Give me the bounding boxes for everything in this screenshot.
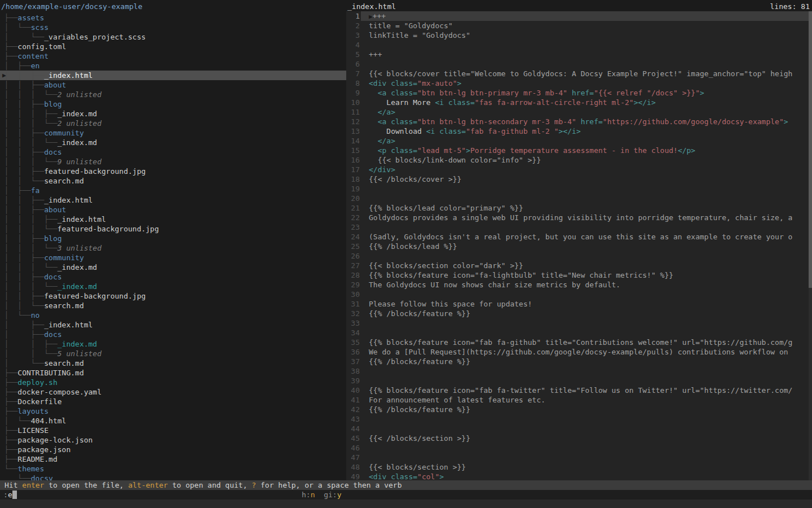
- tree-item-label: _index.html: [58, 215, 106, 224]
- code-segment: ></i>: [559, 127, 581, 135]
- selection-arrow-icon: ▶: [2, 71, 6, 80]
- code-line-10: 10 Learn More <i class="fas fa-arrow-alt…: [346, 98, 812, 107]
- preview-lines-count: lines: 81: [770, 2, 810, 11]
- tree-item-_index.md[interactable]: │ │ │ ├──_index.md: [0, 109, 346, 119]
- tree-branch-lines: │ │ ├──: [0, 273, 44, 281]
- tree-item-label: blog: [44, 234, 61, 243]
- code-segment: <a class=: [369, 117, 417, 126]
- tree-item-no[interactable]: │ └──no: [0, 310, 346, 320]
- code-segment: Please follow this space for updates!: [369, 300, 532, 308]
- tree-item-themes[interactable]: └──themes: [0, 464, 346, 474]
- tree-item-deploy.sh[interactable]: ├──deploy.sh: [0, 378, 346, 387]
- tree-item-README.md[interactable]: ├──README.md: [0, 454, 346, 464]
- code-segment: href=: [567, 89, 594, 97]
- code-segment: <i class=: [426, 127, 466, 135]
- tree-item-scss[interactable]: │ └──scss: [0, 23, 346, 32]
- tree-item-config.toml[interactable]: ├──config.toml: [0, 42, 346, 51]
- code-segment: {{% blocks/feature icon="fab fa-twitter"…: [369, 386, 792, 395]
- tree-item-_index.md[interactable]: │ │ ├──_index.md: [0, 339, 346, 349]
- code-line-33: 33: [346, 318, 812, 328]
- tree-item-3-unlisted[interactable]: │ │ │ └──3 unlisted: [0, 243, 346, 253]
- tree-item-package-lock.json[interactable]: ├──package-lock.json: [0, 435, 346, 445]
- code-line-27: 27{{< blocks/section color="dark" >}}: [346, 261, 812, 270]
- tree-item-404.html[interactable]: │ └──404.html: [0, 416, 346, 426]
- tree-item-label: docs: [44, 148, 61, 156]
- selection-arrow-icon: ▶: [369, 13, 373, 20]
- code-line-41: 41For announcement of latest features et…: [346, 395, 812, 405]
- code-view: 1▶+++2title = "Goldydocs"3linkTitle = "G…: [346, 11, 812, 480]
- tree-item-label: _index.md: [58, 263, 97, 271]
- tree-item-search.md[interactable]: │ └──search.md: [0, 358, 346, 368]
- flag-label: h:: [302, 491, 311, 499]
- tree-item-about[interactable]: │ │ ├──about: [0, 205, 346, 214]
- preview-scrollbar[interactable]: [809, 11, 812, 480]
- code-segment: <div class=: [369, 79, 417, 87]
- line-number: 26: [346, 251, 360, 261]
- tree-branch-lines: │ │ ├──: [0, 253, 44, 262]
- tree-item-featured-background.jpg[interactable]: │ │ ├──featured-background.jpg: [0, 291, 346, 301]
- tree-item-_index.md[interactable]: │ │ │ └──_index.md: [0, 282, 346, 291]
- tree-item-featured-background.jpg[interactable]: │ │ ├──featured-background.jpg: [0, 167, 346, 176]
- tree-item-search.md[interactable]: │ │ └──search.md: [0, 301, 346, 310]
- tree-item-CONTRIBUTING.md[interactable]: ├──CONTRIBUTING.md: [0, 368, 346, 378]
- tree-item-_index.html[interactable]: ▶ │ │ ├──_index.html: [0, 71, 346, 80]
- tree-item-Dockerfile[interactable]: ├──Dockerfile: [0, 397, 346, 406]
- tree-item-9-unlisted[interactable]: │ │ │ └──9 unlisted: [0, 157, 346, 167]
- tree-item-docsy[interactable]: └──docsy: [0, 474, 346, 480]
- line-number: 37: [346, 357, 360, 366]
- tree-item-blog[interactable]: │ │ ├──blog: [0, 99, 346, 109]
- code-segment: {{% /blocks/feature %}}: [369, 357, 470, 366]
- scrollbar-thumb[interactable]: [809, 11, 812, 288]
- tree-item-2-unlisted[interactable]: │ │ │ └──2 unlisted: [0, 90, 346, 99]
- tree-item-5-unlisted[interactable]: │ │ └──5 unlisted: [0, 349, 346, 358]
- command-input-bar[interactable]: : e h:n gi:y: [0, 490, 812, 500]
- line-number: 12: [346, 117, 360, 126]
- tree-item-content[interactable]: ├──content: [0, 51, 346, 61]
- command-input-value[interactable]: e: [8, 490, 12, 500]
- tree-item-docker-compose.yaml[interactable]: ├──docker-compose.yaml: [0, 387, 346, 397]
- tree-item-community[interactable]: │ │ ├──community: [0, 128, 346, 138]
- tree-branch-lines: │ │ │ └──: [0, 90, 58, 99]
- tree-item-search.md[interactable]: │ │ └──search.md: [0, 176, 346, 186]
- tree-item-fa[interactable]: │ ├──fa: [0, 186, 346, 195]
- tree-item-_index.html[interactable]: │ ├──_index.html: [0, 320, 346, 330]
- line-number: 8: [346, 78, 360, 88]
- tree-branch-lines: │ │ ├──: [0, 340, 58, 348]
- tree-item-community[interactable]: │ │ ├──community: [0, 253, 346, 262]
- line-number: 31: [346, 299, 360, 309]
- tree-item-blog[interactable]: │ │ ├──blog: [0, 234, 346, 243]
- tree-branch-lines: └──: [0, 465, 17, 473]
- tree-item-_index.md[interactable]: │ │ │ └──_index.md: [0, 262, 346, 272]
- tree-item-assets[interactable]: ├──assets: [0, 13, 346, 23]
- tree-item-docs[interactable]: │ │ ├──docs: [0, 272, 346, 282]
- code-line-22: 22Goldydocs provides a single web UI pro…: [346, 213, 812, 222]
- tree-item-LICENSE[interactable]: ├──LICENSE: [0, 426, 346, 435]
- tree-item-label: deploy.sh: [17, 378, 57, 387]
- tree-item-featured-background.jpg[interactable]: │ │ │ └──featured-background.jpg: [0, 224, 346, 234]
- tree-item-about[interactable]: │ │ ├──about: [0, 80, 346, 90]
- tree-item-docs[interactable]: │ ├──docs: [0, 330, 346, 339]
- line-number: 9: [346, 88, 360, 98]
- tree-item-_index.md[interactable]: │ │ │ └──_index.md: [0, 138, 346, 147]
- tree-item-label: _index.md: [58, 138, 97, 147]
- tree-item-package.json[interactable]: ├──package.json: [0, 445, 346, 454]
- tree-item-_variables_project.scss[interactable]: │ └──_variables_project.scss: [0, 32, 346, 42]
- tree-item-_index.html[interactable]: │ │ ├──_index.html: [0, 195, 346, 205]
- tree-item-label: package-lock.json: [17, 436, 92, 444]
- tree-item-docs[interactable]: │ │ ├──docs: [0, 147, 346, 157]
- code-line-48: 48{{< blocks/section >}}: [346, 462, 812, 472]
- tree-branch-lines: ├──: [0, 369, 17, 377]
- tree-item-en[interactable]: │ ├──en: [0, 61, 346, 71]
- tree-item-label: layouts: [17, 407, 48, 415]
- tree-item-2-unlisted[interactable]: │ │ │ └──2 unlisted: [0, 119, 346, 128]
- code-segment: {{% /blocks/feature %}}: [369, 309, 470, 318]
- text-cursor: [12, 491, 17, 499]
- tree-item-label: search.md: [44, 177, 83, 185]
- line-number: 32: [346, 309, 360, 318]
- line-number: 43: [346, 414, 360, 424]
- tree-item-_index.html[interactable]: │ │ │ ├──_index.html: [0, 214, 346, 224]
- tree-item-label: about: [44, 205, 66, 214]
- tree-item-label: _index.md: [58, 282, 97, 291]
- tree-item-layouts[interactable]: ├──layouts: [0, 406, 346, 416]
- status-key: ?: [251, 481, 256, 489]
